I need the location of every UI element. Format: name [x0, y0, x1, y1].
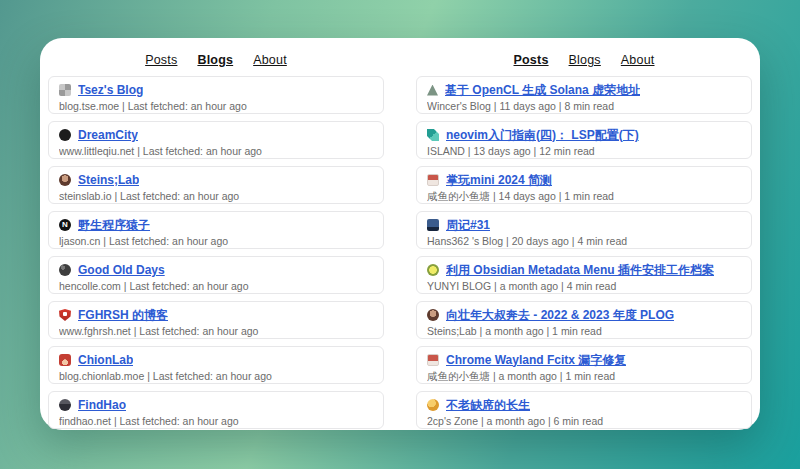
nav-link-blogs[interactable]: Blogs: [569, 53, 601, 67]
letter-n-icon: [59, 219, 71, 231]
blog-meta: blog.chionlab.moe | Last fetched: an hou…: [59, 370, 373, 382]
blog-link[interactable]: FGHRSH 的博客: [78, 307, 168, 323]
blog-link[interactable]: 野生程序猿子: [78, 217, 150, 233]
blogs-nav: PostsBlogsAbout: [48, 45, 384, 76]
item-title-row: Tsez's Blog: [59, 82, 373, 98]
item-title-row: Steins;Lab: [59, 172, 373, 188]
blog-meta: steinslab.io | Last fetched: an hour ago: [59, 190, 373, 202]
post-meta: 2cp's Zone | a month ago | 6 min read: [427, 415, 741, 427]
post-link[interactable]: Chrome Wayland Fcitx 漏字修复: [446, 352, 626, 368]
post-link[interactable]: 基于 OpenCL 生成 Solana 虚荣地址: [445, 82, 640, 98]
item-title-row: FGHRSH 的博客: [59, 307, 373, 323]
black-moon-icon: [59, 129, 71, 141]
post-card[interactable]: 掌玩mini 2024 简测 咸鱼的小鱼塘 | 14 days ago | 1 …: [416, 166, 752, 204]
post-card[interactable]: 向壮年大叔奔去 - 2022 & 2023 年度 PLOG Steins;Lab…: [416, 301, 752, 339]
item-title-row: 利用 Obsidian Metadata Menu 插件安排工作档案: [427, 262, 741, 278]
post-link[interactable]: 向壮年大叔奔去 - 2022 & 2023 年度 PLOG: [446, 307, 674, 323]
nav-link-posts[interactable]: Posts: [514, 53, 549, 67]
tree-icon: [427, 85, 438, 96]
blog-link[interactable]: Good Old Days: [78, 263, 165, 277]
globe-icon: [59, 264, 71, 276]
avatar-brown-icon: [59, 174, 71, 186]
item-title-row: Good Old Days: [59, 262, 373, 278]
item-title-row: neovim入门指南(四)： LSP配置(下): [427, 127, 741, 143]
blog-card[interactable]: ChionLab blog.chionlab.moe | Last fetche…: [48, 346, 384, 384]
photo-red-icon: [427, 354, 439, 366]
blog-link[interactable]: ChionLab: [78, 353, 133, 367]
blog-card[interactable]: Good Old Days hencolle.com | Last fetche…: [48, 256, 384, 294]
item-title-row: ChionLab: [59, 352, 373, 368]
blog-link[interactable]: DreamCity: [78, 128, 138, 142]
orange-circle-icon: [427, 399, 439, 411]
post-link[interactable]: 不老缺席的长生: [446, 397, 530, 413]
item-title-row: 周记#31: [427, 217, 741, 233]
blog-meta: blog.tse.moe | Last fetched: an hour ago: [59, 100, 373, 112]
post-card[interactable]: 利用 Obsidian Metadata Menu 插件安排工作档案 YUNYI…: [416, 256, 752, 294]
main-card: PostsBlogsAbout Tsez's Blog blog.tse.moe…: [40, 38, 760, 430]
item-title-row: Chrome Wayland Fcitx 漏字修复: [427, 352, 741, 368]
blogs-column: PostsBlogsAbout Tsez's Blog blog.tse.moe…: [48, 45, 384, 420]
blogs-list: Tsez's Blog blog.tse.moe | Last fetched:…: [48, 76, 384, 436]
item-title-row: 不老缺席的长生: [427, 397, 741, 413]
post-card[interactable]: 不老缺席的长生 2cp's Zone | a month ago | 6 min…: [416, 391, 752, 429]
blog-link[interactable]: Steins;Lab: [78, 173, 139, 187]
blog-link[interactable]: FindHao: [78, 398, 126, 412]
item-title-row: DreamCity: [59, 127, 373, 143]
blog-card[interactable]: FindHao findhao.net | Last fetched: an h…: [48, 391, 384, 429]
post-meta: 咸鱼的小鱼塘 | a month ago | 1 min read: [427, 370, 741, 384]
blog-meta: www.littleqiu.net | Last fetched: an hou…: [59, 145, 373, 157]
nav-link-about[interactable]: About: [253, 53, 287, 67]
item-title-row: 野生程序猿子: [59, 217, 373, 233]
blog-card[interactable]: Tsez's Blog blog.tse.moe | Last fetched:…: [48, 76, 384, 114]
post-meta: Wincer's Blog | 11 days ago | 8 min read: [427, 100, 741, 112]
posts-list: 基于 OpenCL 生成 Solana 虚荣地址 Wincer's Blog |…: [416, 76, 752, 436]
posts-nav: PostsBlogsAbout: [416, 45, 752, 76]
item-title-row: 掌玩mini 2024 简测: [427, 172, 741, 188]
blog-meta: findhao.net | Last fetched: an hour ago: [59, 415, 373, 427]
post-link[interactable]: 掌玩mini 2024 简测: [446, 172, 552, 188]
yellow-green-logo-icon: [427, 264, 439, 276]
blog-meta: hencolle.com | Last fetched: an hour ago: [59, 280, 373, 292]
item-title-row: 向壮年大叔奔去 - 2022 & 2023 年度 PLOG: [427, 307, 741, 323]
post-card[interactable]: 基于 OpenCL 生成 Solana 虚荣地址 Wincer's Blog |…: [416, 76, 752, 114]
post-meta: 咸鱼的小鱼塘 | 14 days ago | 1 min read: [427, 190, 741, 204]
blog-link[interactable]: Tsez's Blog: [78, 83, 143, 97]
blog-meta: ljason.cn | Last fetched: an hour ago: [59, 235, 373, 247]
nav-link-about[interactable]: About: [621, 53, 655, 67]
post-link[interactable]: 周记#31: [446, 217, 490, 233]
nav-link-blogs[interactable]: Blogs: [197, 53, 233, 67]
pixel-image-icon: [59, 84, 71, 96]
blog-meta: www.fghrsh.net | Last fetched: an hour a…: [59, 325, 373, 337]
post-link[interactable]: 利用 Obsidian Metadata Menu 插件安排工作档案: [446, 262, 714, 278]
avatar-red-icon: [59, 354, 71, 366]
post-meta: Hans362 's Blog | 20 days ago | 4 min re…: [427, 235, 741, 247]
blog-card[interactable]: FGHRSH 的博客 www.fghrsh.net | Last fetched…: [48, 301, 384, 339]
item-title-row: FindHao: [59, 397, 373, 413]
post-meta: YUNYI BLOG | a month ago | 4 min read: [427, 280, 741, 292]
post-meta: Steins;Lab | a month ago | 1 min read: [427, 325, 741, 337]
posts-column: PostsBlogsAbout 基于 OpenCL 生成 Solana 虚荣地址…: [416, 45, 752, 420]
blog-card[interactable]: 野生程序猿子 ljason.cn | Last fetched: an hour…: [48, 211, 384, 249]
post-card[interactable]: 周记#31 Hans362 's Blog | 20 days ago | 4 …: [416, 211, 752, 249]
blog-card[interactable]: Steins;Lab steinslab.io | Last fetched: …: [48, 166, 384, 204]
post-card[interactable]: Chrome Wayland Fcitx 漏字修复 咸鱼的小鱼塘 | a mon…: [416, 346, 752, 384]
dark-badge-icon: [59, 399, 71, 411]
avatar-brown-icon: [427, 309, 439, 321]
post-card[interactable]: neovim入门指南(四)： LSP配置(下) ISLAND | 13 days…: [416, 121, 752, 159]
post-meta: ISLAND | 13 days ago | 12 min read: [427, 145, 741, 157]
red-shield-icon: [59, 309, 71, 321]
neovim-icon: [427, 129, 439, 141]
photo-red-icon: [427, 174, 439, 186]
laptop-icon: [427, 219, 439, 231]
blog-card[interactable]: DreamCity www.littleqiu.net | Last fetch…: [48, 121, 384, 159]
nav-link-posts[interactable]: Posts: [145, 53, 177, 67]
post-link[interactable]: neovim入门指南(四)： LSP配置(下): [446, 127, 639, 143]
item-title-row: 基于 OpenCL 生成 Solana 虚荣地址: [427, 82, 741, 98]
page-background: PostsBlogsAbout Tsez's Blog blog.tse.moe…: [0, 0, 800, 469]
